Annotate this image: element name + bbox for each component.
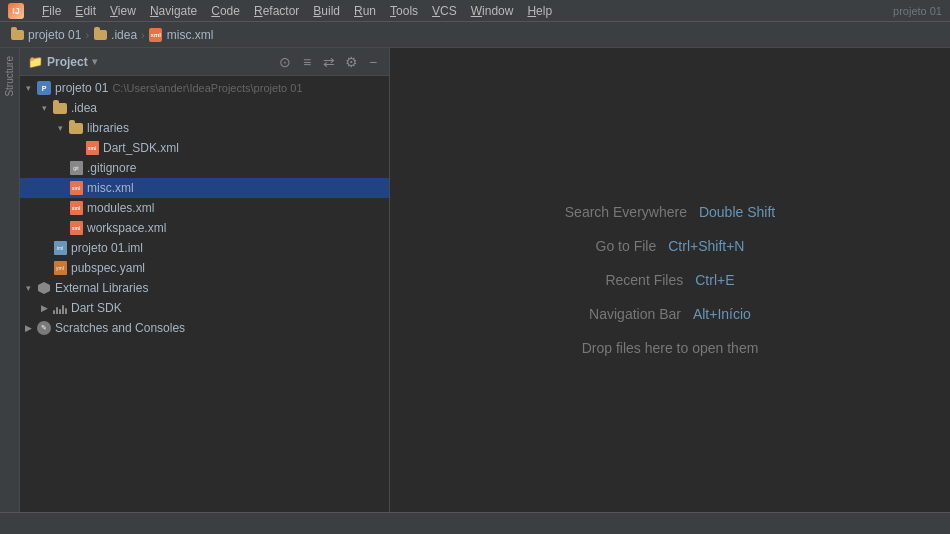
tree-item-iml[interactable]: ▶ iml projeto 01.iml [20,238,389,258]
iml-icon: iml [52,240,68,256]
breadcrumb-item-idea[interactable]: .idea [93,28,137,42]
toggle-root[interactable]: ▾ [20,80,36,96]
folder-icon [10,28,24,42]
tree-label-iml: projeto 01.iml [71,241,143,255]
hint-recent-files: Recent Files Ctrl+E [605,272,734,288]
locate-file-button[interactable]: ⊙ [277,54,293,70]
tree-label-idea: .idea [71,101,97,115]
folder-libraries-icon [68,120,84,136]
folder-idea-icon [52,100,68,116]
tree-item-modules[interactable]: ▶ xml modules.xml [20,198,389,218]
tree-item-misc[interactable]: ▶ xml misc.xml [20,178,389,198]
breadcrumb-separator-1: › [85,29,89,41]
toggle-pubspec: ▶ [36,260,52,276]
toggle-modules: ▶ [52,200,68,216]
tree-path-root: C:\Users\ander\IdeaProjects\projeto 01 [112,82,302,94]
toggle-misc: ▶ [52,180,68,196]
hint-label-drop: Drop files here to open them [582,340,759,356]
hint-navigation-bar: Navigation Bar Alt+Início [589,306,751,322]
menu-navigate[interactable]: Navigate [144,2,203,20]
menu-tools[interactable]: Tools [384,2,424,20]
collapse-all-button[interactable]: ≡ [299,54,315,70]
xml-modules-icon: xml [68,200,84,216]
git-icon: git [68,160,84,176]
breadcrumb-item-misc[interactable]: xml misc.xml [149,28,214,42]
breadcrumb-item-project[interactable]: projeto 01 [10,28,81,42]
editor-area: Search Everywhere Double Shift Go to Fil… [390,48,950,512]
settings-button[interactable]: ⚙ [343,54,359,70]
hint-label-search: Search Everywhere [565,204,687,220]
hint-shortcut-nav: Alt+Início [693,306,751,322]
toggle-dart-sdk: ▶ [68,140,84,156]
hint-goto-file: Go to File Ctrl+Shift+N [596,238,745,254]
xml-icon: xml [149,28,163,42]
tree-label-scratches: Scratches and Consoles [55,321,185,335]
structure-tab[interactable]: Structure [2,52,17,101]
hint-label-nav: Navigation Bar [589,306,681,322]
tree-label-workspace: workspace.xml [87,221,166,235]
hint-shortcut-recent: Ctrl+E [695,272,734,288]
tree-item-dart-sdk-lib[interactable]: ▶ Dart SDK [20,298,389,318]
hint-label-recent: Recent Files [605,272,683,288]
menu-build[interactable]: Build [307,2,346,20]
panel-header: 📁 Project ▾ ⊙ ≡ ⇄ ⚙ − [20,48,389,76]
toggle-dart-sdk-lib[interactable]: ▶ [36,300,52,316]
yaml-icon: yml [52,260,68,276]
tree-item-root[interactable]: ▾ P projeto 01 C:\Users\ander\IdeaProjec… [20,78,389,98]
tree-label-dart-sdk-lib: Dart SDK [71,301,122,315]
file-tree: ▾ P projeto 01 C:\Users\ander\IdeaProjec… [20,76,389,512]
hint-label-goto: Go to File [596,238,657,254]
hint-drop-files: Drop files here to open them [582,340,759,356]
folder-icon-2 [93,28,107,42]
tree-item-pubspec[interactable]: ▶ yml pubspec.yaml [20,258,389,278]
panel-chevron[interactable]: ▾ [92,56,97,67]
breadcrumb-separator-2: › [141,29,145,41]
tree-label-modules: modules.xml [87,201,154,215]
close-panel-button[interactable]: − [365,54,381,70]
main-area: Structure 📁 Project ▾ ⊙ ≡ ⇄ ⚙ − ▾ P [0,48,950,512]
menu-refactor[interactable]: Refactor [248,2,305,20]
toggle-external-libs[interactable]: ▾ [20,280,36,296]
tree-item-dart-sdk[interactable]: ▶ xml Dart_SDK.xml [20,138,389,158]
panel-title: 📁 Project ▾ [28,55,271,69]
panel-folder-icon: 📁 [28,55,43,69]
xml-dart-sdk-icon: xml [84,140,100,156]
project-panel: 📁 Project ▾ ⊙ ≡ ⇄ ⚙ − ▾ P projeto 01 C:\… [20,48,390,512]
tree-label-pubspec: pubspec.yaml [71,261,145,275]
dart-sdk-lib-icon [52,300,68,316]
tree-item-workspace[interactable]: ▶ xml workspace.xml [20,218,389,238]
tree-item-scratches[interactable]: ▶ ✎ Scratches and Consoles [20,318,389,338]
xml-misc-icon: xml [68,180,84,196]
scratches-icon: ✎ [36,320,52,336]
tree-item-libraries[interactable]: ▾ libraries [20,118,389,138]
toggle-scratches[interactable]: ▶ [20,320,36,336]
toggle-libraries[interactable]: ▾ [52,120,68,136]
hint-shortcut-search: Double Shift [699,204,775,220]
menu-view[interactable]: View [104,2,142,20]
toggle-idea[interactable]: ▾ [36,100,52,116]
tree-item-idea[interactable]: ▾ .idea [20,98,389,118]
xml-workspace-icon: xml [68,220,84,236]
status-bar [0,512,950,534]
menu-file[interactable]: File [36,2,67,20]
menu-help[interactable]: Help [521,2,558,20]
ext-lib-icon [36,280,52,296]
breadcrumb: projeto 01 › .idea › xml misc.xml [0,22,950,48]
window-title: projeto 01 [893,5,942,17]
tree-label-external-libs: External Libraries [55,281,148,295]
tree-label-misc: misc.xml [87,181,134,195]
menu-window[interactable]: Window [465,2,520,20]
menu-bar: File Edit View Navigate Code Refactor Bu… [36,2,881,20]
toggle-workspace: ▶ [52,220,68,236]
tree-label-dart-sdk: Dart_SDK.xml [103,141,179,155]
menu-vcs[interactable]: VCS [426,2,463,20]
tree-item-external-libs[interactable]: ▾ External Libraries [20,278,389,298]
menu-run[interactable]: Run [348,2,382,20]
title-bar: IJ File Edit View Navigate Code Refactor… [0,0,950,22]
menu-code[interactable]: Code [205,2,246,20]
toggle-iml: ▶ [36,240,52,256]
left-stripe: Structure [0,48,20,512]
tree-item-gitignore[interactable]: ▶ git .gitignore [20,158,389,178]
expand-button[interactable]: ⇄ [321,54,337,70]
menu-edit[interactable]: Edit [69,2,102,20]
